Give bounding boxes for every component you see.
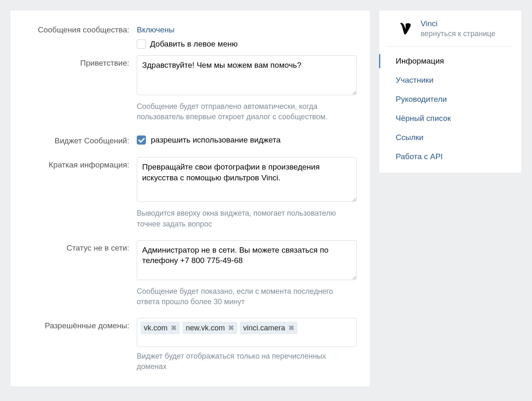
settings-panel: Сообщения сообщества: Включены Добавить …: [10, 10, 370, 387]
greeting-label: Приветствие:: [20, 55, 137, 68]
greeting-row: Приветствие: Сообщение будет отправлено …: [20, 55, 360, 130]
offline-label: Статус не в сети:: [20, 240, 137, 253]
close-icon[interactable]: ✖: [228, 325, 234, 332]
domain-tag: vk.com✖: [140, 322, 180, 334]
sidebar-nav-item[interactable]: Руководители: [379, 90, 522, 109]
brief-row: Краткая информация: Выводится вверху окн…: [20, 157, 360, 237]
sidebar-header: Vinci вернуться к странице: [387, 10, 513, 47]
allow-widget-label[interactable]: разрешить использование виджета: [151, 135, 281, 145]
sidebar-nav-item[interactable]: Информация: [379, 52, 522, 71]
offline-hint: Сообщение будет показано, если с момента…: [137, 286, 357, 307]
domains-row: Разрешённые домены: vk.com✖new.vk.com✖vi…: [20, 318, 360, 372]
domains-input[interactable]: vk.com✖new.vk.com✖vinci.camera✖: [137, 318, 357, 347]
sidebar-nav-item[interactable]: Работа с API: [379, 147, 522, 166]
messages-label: Сообщения сообщества:: [20, 22, 137, 34]
domain-tag: new.vk.com✖: [182, 322, 237, 334]
messages-status-link[interactable]: Включены: [137, 22, 175, 34]
widget-label: Виджет Сообщений:: [20, 133, 137, 145]
domains-label: Разрешённые домены:: [20, 318, 137, 330]
domain-tag-label: vk.com: [144, 324, 167, 332]
offline-row: Статус не в сети: Сообщение будет показа…: [20, 240, 360, 315]
sidebar: Vinci вернуться к странице ИнформацияУча…: [379, 10, 522, 173]
messages-row: Сообщения сообщества: Включены Добавить …: [20, 22, 360, 53]
offline-textarea[interactable]: [137, 240, 357, 280]
close-icon[interactable]: ✖: [288, 325, 294, 332]
brief-label: Краткая информация:: [20, 157, 137, 170]
community-avatar[interactable]: [397, 20, 415, 38]
sidebar-nav-item[interactable]: Чёрный список: [379, 109, 522, 128]
back-to-page-link[interactable]: вернуться к странице: [421, 29, 495, 39]
domains-hint: Виджет будет отображаться только на пере…: [137, 351, 357, 372]
domain-tag-label: vinci.camera: [243, 324, 285, 332]
community-title-link[interactable]: Vinci: [421, 19, 495, 29]
brief-textarea[interactable]: [137, 157, 357, 202]
vinci-logo-icon: [398, 21, 414, 37]
add-to-menu-label[interactable]: Добавить в левое меню: [150, 39, 238, 49]
domain-tag: vinci.camera✖: [240, 322, 298, 334]
sidebar-nav: ИнформацияУчастникиРуководителиЧёрный сп…: [379, 47, 522, 173]
close-icon[interactable]: ✖: [171, 325, 177, 332]
sidebar-nav-item[interactable]: Ссылки: [379, 128, 522, 147]
brief-hint: Выводится вверху окна виджета, помогает …: [137, 208, 357, 229]
greeting-hint: Сообщение будет отправлено автоматически…: [137, 101, 357, 122]
domain-tag-label: new.vk.com: [186, 324, 225, 332]
add-to-menu-checkbox[interactable]: [137, 39, 146, 49]
sidebar-nav-item[interactable]: Участники: [379, 71, 522, 90]
greeting-textarea[interactable]: [137, 55, 357, 95]
allow-widget-checkbox[interactable]: [137, 135, 146, 145]
widget-row: Виджет Сообщений: разрешить использовани…: [20, 133, 360, 155]
